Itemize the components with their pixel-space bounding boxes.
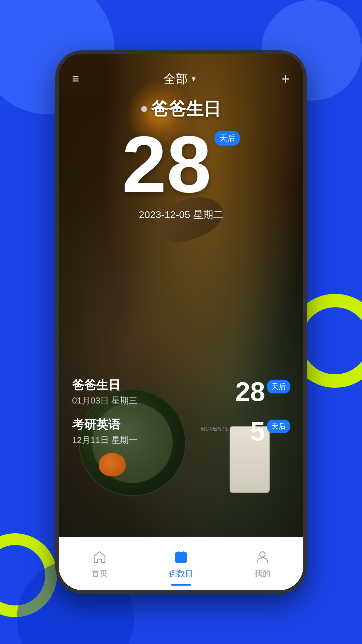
- filter-selector[interactable]: 全部 ▼: [164, 71, 197, 87]
- event-info-2: 考研英语 12月11日 星期一: [72, 417, 137, 446]
- event-badge-2: 天后: [267, 420, 290, 433]
- bottom-navigation: 首页 倒数日: [59, 537, 303, 590]
- countdown-icon: [173, 549, 189, 566]
- svg-rect-6: [183, 557, 185, 558]
- event-dot-indicator: [141, 106, 147, 112]
- svg-rect-5: [180, 557, 182, 558]
- svg-point-9: [260, 552, 265, 557]
- nav-item-mine[interactable]: 我的: [222, 549, 303, 579]
- mine-icon: [254, 549, 271, 566]
- event-info-1: 爸爸生日 01月03日 星期三: [72, 377, 137, 407]
- pumpkin-decoration: [99, 453, 126, 476]
- phone-frame: MOMENTS ≡ 全部 ▼ + 爸爸生日 28 天后: [55, 50, 307, 594]
- main-event-title: 爸爸生日: [151, 97, 221, 121]
- svg-rect-4: [178, 557, 180, 558]
- event-count-2: 5: [250, 418, 265, 445]
- event-date-1: 01月03日 星期三: [72, 395, 137, 407]
- event-list: 爸爸生日 01月03日 星期三 28 天后 考研英语 12月11日 星期一: [59, 377, 303, 456]
- event-count-1: 28: [235, 378, 265, 405]
- nav-label-mine: 我的: [254, 568, 270, 579]
- nav-item-home[interactable]: 首页: [59, 549, 140, 579]
- event-name-2: 考研英语: [72, 417, 137, 433]
- svg-rect-8: [180, 560, 182, 561]
- event-count-container-1: 28 天后: [235, 378, 290, 405]
- event-badge-1: 天后: [267, 380, 290, 393]
- filter-label: 全部: [164, 71, 188, 87]
- dropdown-arrow-icon: ▼: [190, 75, 197, 83]
- add-event-button[interactable]: +: [281, 70, 290, 87]
- event-item-2[interactable]: 考研英语 12月11日 星期一 5 天后: [72, 417, 290, 446]
- nav-label-countdown: 倒数日: [169, 568, 193, 579]
- main-event-header: 爸爸生日: [141, 97, 221, 121]
- screen-background: MOMENTS ≡ 全部 ▼ + 爸爸生日 28 天后: [59, 54, 303, 537]
- phone-screen: MOMENTS ≡ 全部 ▼ + 爸爸生日 28 天后: [59, 54, 303, 590]
- main-countdown-section: 爸爸生日 28 天后 2023-12-05 星期二: [59, 97, 303, 222]
- menu-button[interactable]: ≡: [72, 72, 79, 86]
- main-countdown-display: 28 天后: [122, 124, 240, 205]
- event-count-container-2: 5 天后: [250, 418, 290, 445]
- event-item-1[interactable]: 爸爸生日 01月03日 星期三 28 天后: [72, 377, 290, 407]
- event-name-1: 爸爸生日: [72, 377, 137, 393]
- header-bar: ≡ 全部 ▼ +: [59, 54, 303, 94]
- main-event-date: 2023-12-05 星期二: [139, 208, 223, 222]
- svg-rect-7: [178, 560, 180, 561]
- main-days-badge: 天后: [215, 131, 240, 146]
- nav-item-countdown[interactable]: 倒数日: [140, 549, 222, 579]
- home-icon: [91, 549, 108, 566]
- nav-label-home: 首页: [92, 568, 108, 579]
- main-countdown-number: 28: [122, 124, 212, 205]
- event-date-2: 12月11日 星期一: [72, 434, 137, 446]
